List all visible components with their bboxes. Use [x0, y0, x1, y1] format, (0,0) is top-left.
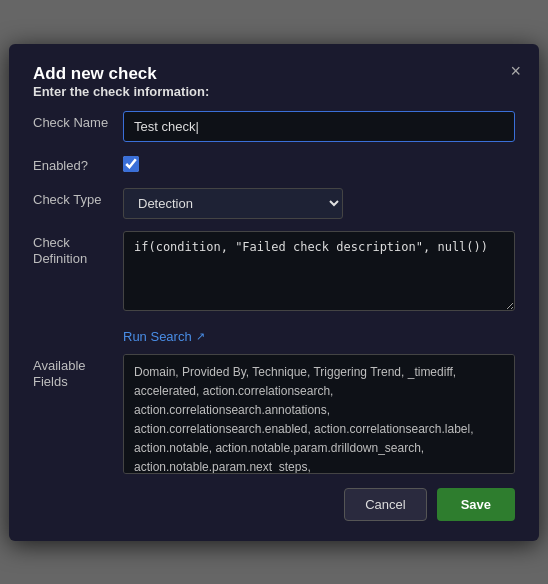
- available-fields-content[interactable]: Domain, Provided By, Technique, Triggeri…: [123, 354, 515, 474]
- close-button[interactable]: ×: [510, 62, 521, 80]
- check-type-label: Check Type: [33, 188, 123, 209]
- check-definition-label: Check Definition: [33, 231, 123, 269]
- cancel-button[interactable]: Cancel: [344, 488, 426, 521]
- check-definition-textarea[interactable]: if(condition, "Failed check description"…: [123, 231, 515, 311]
- save-button[interactable]: Save: [437, 488, 515, 521]
- available-fields-label: Available Fields: [33, 354, 123, 392]
- add-new-check-modal: Add new check × Enter the check informat…: [9, 44, 539, 541]
- enabled-row: Enabled?: [33, 154, 515, 176]
- run-search-label: Run Search: [123, 329, 192, 344]
- check-name-label: Check Name: [33, 111, 123, 132]
- check-definition-row: Check Definition if(condition, "Failed c…: [33, 231, 515, 315]
- modal-title: Add new check: [33, 64, 157, 83]
- external-link-icon: ↗: [196, 330, 205, 343]
- enabled-checkbox[interactable]: [123, 156, 139, 172]
- check-type-row: Check Type Detection Advisory Informatio…: [33, 188, 515, 219]
- check-type-select[interactable]: Detection Advisory Informational: [123, 188, 343, 219]
- run-search-link[interactable]: Run Search ↗: [123, 329, 205, 344]
- check-name-row: Check Name: [33, 111, 515, 142]
- footer-buttons: Cancel Save: [33, 488, 515, 521]
- enabled-field-wrapper: [123, 154, 515, 176]
- check-definition-field-wrapper: if(condition, "Failed check description"…: [123, 231, 515, 315]
- check-name-field-wrapper: [123, 111, 515, 142]
- section-subtitle: Enter the check information:: [33, 84, 515, 99]
- available-fields-row: Available Fields Domain, Provided By, Te…: [33, 354, 515, 474]
- check-type-field-wrapper: Detection Advisory Informational: [123, 188, 515, 219]
- check-name-input[interactable]: [123, 111, 515, 142]
- enabled-label: Enabled?: [33, 154, 123, 175]
- available-fields-wrapper: Domain, Provided By, Technique, Triggeri…: [123, 354, 515, 474]
